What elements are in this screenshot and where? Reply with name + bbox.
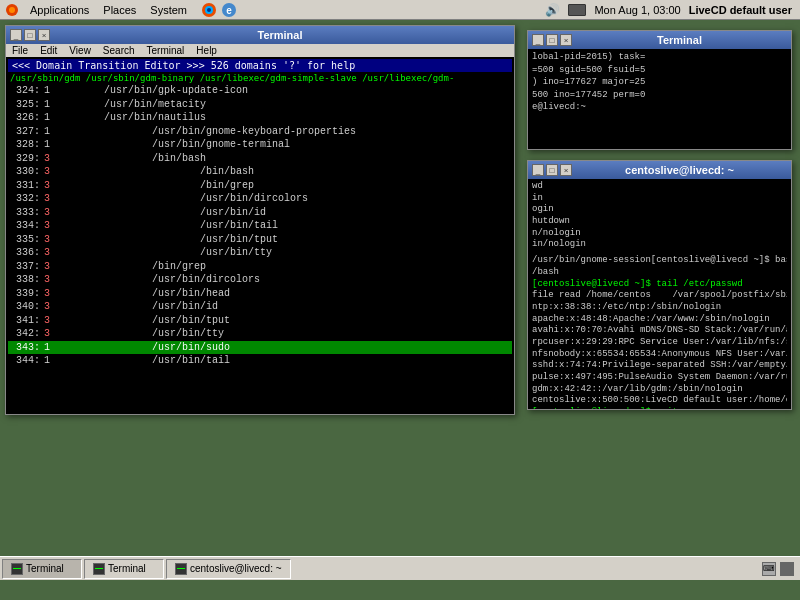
close-btn-live[interactable]: ×	[560, 164, 572, 176]
terminal-live-content[interactable]: wdinoginhutdownn/nologinin/nologin/usr/b…	[528, 179, 791, 409]
close-btn-sys[interactable]: ×	[560, 34, 572, 46]
taskbar-bottom: Terminal Terminal centoslive@livecd: ~ ⌨	[0, 556, 800, 580]
svg-point-1	[9, 7, 15, 13]
terminal-main-menu: File Edit View Search Terminal Help	[6, 44, 514, 57]
maximize-btn-live[interactable]: □	[546, 164, 558, 176]
terminal-sys-content[interactable]: lobal-pid=2015) task==500 sgid=500 fsuid…	[528, 49, 791, 149]
menu-file[interactable]: File	[10, 45, 30, 56]
terminal-main-titlebar[interactable]: _ □ × Terminal	[6, 26, 514, 44]
path-bar: /usr/sbin/gdm /usr/sbin/gdm-binary /usr/…	[8, 72, 512, 84]
terminal-main-content[interactable]: <<< Domain Transition Editor >>> 526 dom…	[6, 57, 514, 409]
svg-text:e: e	[226, 5, 232, 16]
terminal1-icon	[11, 563, 23, 575]
taskbar-btn-centoslive[interactable]: centoslive@livecd: ~	[166, 559, 291, 579]
terminal-live-titlebar[interactable]: _ □ × centoslive@livecd: ~	[528, 161, 791, 179]
menu-view[interactable]: View	[67, 45, 93, 56]
minimize-btn-sys[interactable]: _	[532, 34, 544, 46]
gnome-icon	[4, 2, 20, 18]
taskbar-btn-terminal2[interactable]: Terminal	[84, 559, 164, 579]
display-indicator	[780, 562, 794, 576]
sys-content-lines: lobal-pid=2015) task==500 sgid=500 fsuid…	[532, 51, 787, 114]
terminal-live-title: centoslive@livecd: ~	[572, 164, 787, 176]
menu-places[interactable]: Places	[97, 3, 142, 17]
centoslive-icon	[175, 563, 187, 575]
maximize-btn-main[interactable]: □	[24, 29, 36, 41]
svg-point-4	[207, 8, 211, 12]
terminal-sys-titlebar[interactable]: _ □ × Terminal	[528, 31, 791, 49]
window-controls-main: _ □ ×	[10, 29, 50, 41]
terminal-live-window: _ □ × centoslive@livecd: ~ wdinoginhutdo…	[527, 160, 792, 410]
terminal2-icon	[93, 563, 105, 575]
domain-editor-header: <<< Domain Transition Editor >>> 526 dom…	[8, 59, 512, 72]
term-lines: 324:1 /usr/bin/gpk-update-icon325:1 /usr…	[8, 84, 512, 368]
desktop: TOMOYO TOMOYO LinuxLiveCD Tutorial POLIC…	[0, 20, 800, 580]
user-display: LiveCD default user	[689, 4, 792, 16]
terminal-main-window: _ □ × Terminal File Edit View Search Ter…	[5, 25, 515, 415]
minimize-btn-live[interactable]: _	[532, 164, 544, 176]
live-content-lines: wdinoginhutdownn/nologinin/nologin/usr/b…	[532, 181, 787, 409]
maximize-btn-sys[interactable]: □	[546, 34, 558, 46]
terminal-main-title: Terminal	[50, 29, 510, 41]
taskbar-btn-terminal1[interactable]: Terminal	[2, 559, 82, 579]
taskbar-right-info: 🔊 Mon Aug 1, 03:00 LiveCD default user	[545, 3, 800, 17]
menu-search[interactable]: Search	[101, 45, 137, 56]
firefox-icon[interactable]	[201, 2, 217, 18]
menu-help[interactable]: Help	[194, 45, 219, 56]
datetime-display: Mon Aug 1, 03:00	[594, 4, 680, 16]
terminal-sys-title: Terminal	[572, 34, 787, 46]
close-btn-main[interactable]: ×	[38, 29, 50, 41]
network-icon: e	[221, 2, 237, 18]
terminal-sys-window: _ □ × Terminal lobal-pid=2015) task==500…	[527, 30, 792, 150]
top-taskbar: Applications Places System e 🔊 Mon Aug 1…	[0, 0, 800, 20]
menu-system[interactable]: System	[144, 3, 193, 17]
network-status-icon	[568, 4, 586, 16]
menu-terminal[interactable]: Terminal	[145, 45, 187, 56]
window-controls-sys: _ □ ×	[532, 34, 572, 46]
menu-edit[interactable]: Edit	[38, 45, 59, 56]
taskbar-bottom-right: ⌨	[762, 562, 798, 576]
top-menu: Applications Places System	[24, 3, 193, 17]
minimize-btn-main[interactable]: _	[10, 29, 22, 41]
menu-applications[interactable]: Applications	[24, 3, 95, 17]
window-controls-live: _ □ ×	[532, 164, 572, 176]
keyboard-indicator: ⌨	[762, 562, 776, 576]
volume-icon: 🔊	[545, 3, 560, 17]
